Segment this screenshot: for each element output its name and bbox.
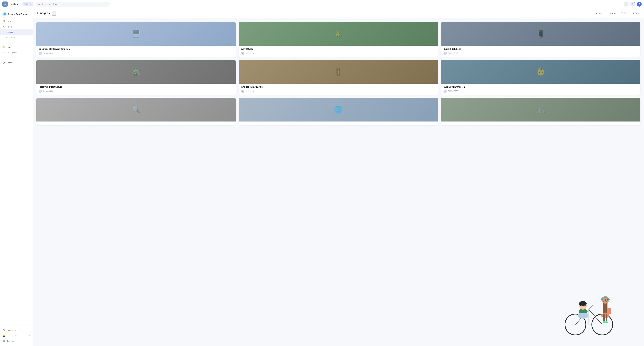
sidebar-item-extensions[interactable]: ⊞ Extensions [0,327,33,333]
card-body-6: Cycling with ChildrenZ31 Mar 2022 [441,84,640,95]
filter-label: Filter [624,12,628,14]
card-image-icon-1: 🖥️ [132,30,140,38]
insight-card-5[interactable]: 🚦Avoided InfrastructureZ31 Mar 2022 [239,60,438,95]
card-body-8 [239,121,438,125]
sidebar-item-notifications[interactable]: 🔔 Notifications ▾ [0,333,33,338]
card-image-8: 🌐 [239,98,438,121]
sidebar-item-label-notifications: Notifications [6,334,17,337]
filter-button[interactable]: ⧩ Filter [620,11,630,16]
card-avatar-3: Z [444,52,447,55]
card-meta-5: Z31 Mar 2022 [241,90,436,93]
card-body-1: Summary of Interview FindingsZ30 Mar 202… [36,46,236,57]
markup-label: Markup [11,3,18,5]
user-avatar[interactable]: Z [637,2,642,7]
insight-card-9[interactable]: 🚲 [441,98,640,125]
insights-grid: 🖥️Summary of Interview FindingsZ30 Mar 2… [36,22,640,125]
sidebar-item-tags[interactable]: 🏷️ Tags [0,45,33,50]
insight-card-6[interactable]: 👶Cycling with ChildrenZ31 Mar 2022 [441,60,640,95]
card-image-3: 📱 [441,22,640,46]
main-layout: 🌐 Cycling App Project 📋 Data ✏️ Highligh… [0,8,644,346]
app-logo[interactable]: ◈ [2,2,8,7]
sidebar-item-label-extensions: Extensions [6,329,16,331]
new-tag-board-button[interactable]: ＋ New tag board [0,50,33,55]
card-meta-6: Z31 Mar 2022 [444,90,638,93]
card-image-1: 🖥️ [36,22,236,46]
sidebar-item-label-settings: Settings [6,340,14,342]
sidebar-item-label-tags: Tags [6,46,10,49]
card-title-6: Cycling with Children [444,86,638,88]
sidebar-item-charts[interactable]: ◑ Charts [0,60,33,65]
add-view-label: Add a view [6,36,15,38]
insight-card-7[interactable]: 🔍 [36,98,236,125]
data-icon: 📋 [2,20,5,23]
markup-menu-button[interactable]: Markup ▾ [10,3,20,6]
sidebar-item-label-charts: Charts [6,62,12,64]
sort-label: Sort [635,12,639,14]
sidebar-item-data[interactable]: 📋 Data [0,19,33,24]
settings-icon: ⚙️ [2,339,5,342]
add-view-icon: ＋ [2,36,4,39]
card-avatar-2: Z [241,52,244,55]
sidebar-divider-2 [2,58,30,58]
insight-card-8[interactable]: 🌐 [239,98,438,125]
insight-card-2[interactable]: 🚴Why I CycleZ30 Mar 2022 [239,22,438,57]
card-image-icon-2: 🚴 [334,30,343,38]
tags-icon: 🏷️ [2,46,5,49]
insight-card-4[interactable]: 🛣️Preferred InfrastructureZ31 Mar 2022 [36,60,236,95]
card-title-5: Avoided Infrastructure [241,86,436,88]
card-avatar-1: Z [39,52,42,55]
card-date-4: 31 Mar 2022 [43,90,53,92]
project-name: Cycling App Project [8,13,28,15]
card-title-1: Summary of Interview Findings [39,48,233,50]
sidebar-item-settings[interactable]: ⚙️ Settings [0,338,33,343]
add-icon: + [625,3,627,6]
notifications-chevron-icon: ▾ [29,334,30,336]
sidebar-item-insights[interactable]: ✦ Insights [0,29,33,35]
markup-chevron-icon: ▾ [18,3,20,5]
card-body-5: Avoided InfrastructureZ31 Mar 2022 [239,84,438,95]
sidebar-item-highlights[interactable]: ✏️ Highlights [0,24,33,29]
sidebar-item-label-highlights: Highlights [6,26,15,28]
new-tag-board-icon: ＋ [2,51,4,54]
card-date-3: 31 Mar 2022 [448,52,458,54]
content-title: ✦ Insights [36,12,50,15]
insight-card-3[interactable]: 📱Current SolutionsZ31 Mar 2022 [441,22,640,57]
sort-button[interactable]: ⇅ Sort [630,11,640,16]
help-button[interactable]: ? [630,2,635,7]
share-button[interactable]: ⤢ Share [594,11,606,16]
sidebar: 🌐 Cycling App Project 📋 Data ✏️ Highligh… [0,8,33,346]
search-bar[interactable]: 🔍 Search and discover [35,2,110,7]
sort-icon: ⇅ [632,12,634,15]
extensions-icon: ⊞ [2,329,5,331]
insight-card-1[interactable]: 🖥️Summary of Interview FindingsZ30 Mar 2… [36,22,236,57]
card-body-7 [36,121,236,125]
project-header[interactable]: 🌐 Cycling App Project [0,11,33,19]
nav-right-actions: + ? Z [624,2,642,7]
insights-title-icon: ✦ [36,12,38,15]
card-avatar-6: Z [444,90,447,93]
card-date-5: 31 Mar 2022 [246,90,256,92]
sidebar-item-label-insights: Insights [6,31,13,33]
card-image-icon-5: 🚦 [334,67,343,76]
present-button[interactable]: ▷ Present [606,11,619,16]
card-body-2: Why I CycleZ30 Mar 2022 [239,46,438,57]
insights-grid-container: 🖥️Summary of Interview FindingsZ30 Mar 2… [33,18,644,346]
add-button[interactable]: + [624,2,628,7]
card-body-4: Preferred InfrastructureZ31 Mar 2022 [36,84,236,95]
add-view-button[interactable]: ＋ Add a view [0,35,33,40]
page-title: Insights [40,12,50,15]
projects-button[interactable]: Projects [22,2,34,6]
project-icon: 🌐 [2,12,6,16]
card-image-4: 🛣️ [36,60,236,84]
content-area: ✦ Insights ••• ⤢ Share ▷ Present ⧩ Filte… [33,8,644,346]
card-image-icon-4: 🛣️ [132,67,140,76]
card-meta-1: Z30 Mar 2022 [39,52,233,55]
nav-section-tags: 🏷️ Tags ＋ New tag board [0,45,33,55]
card-image-5: 🚦 [239,60,438,84]
share-label: Share [598,12,604,14]
card-date-6: 31 Mar 2022 [448,90,458,92]
share-icon: ⤢ [596,12,598,15]
more-options-button[interactable]: ••• [52,11,56,16]
card-image-icon-9: 🚲 [536,105,545,114]
sidebar-item-label-data: Data [6,20,10,22]
